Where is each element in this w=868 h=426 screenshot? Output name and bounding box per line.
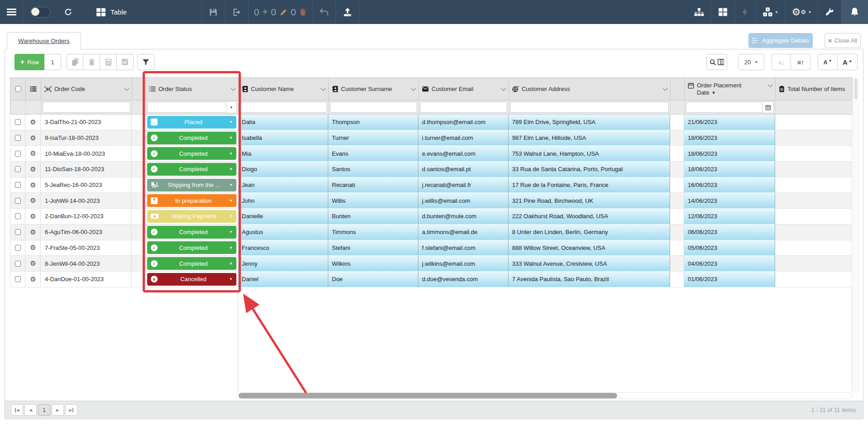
customer-name-cell[interactable]: Jean: [238, 177, 328, 193]
customer-name-cell[interactable]: Jenny: [238, 256, 328, 272]
customer-address-cell[interactable]: 888 Willow Street, Oceanview, USA: [508, 240, 670, 256]
order-code-cell[interactable]: 2-DanBun-12-00-2023: [41, 209, 132, 225]
customer-address-cell[interactable]: 33 Rua de Santa Catarina, Porto, Portuga…: [508, 162, 670, 177]
row-checkbox[interactable]: [15, 182, 21, 188]
customer-name-cell[interactable]: Isabella: [238, 130, 328, 146]
total-items-cell[interactable]: [775, 193, 852, 209]
customer-surname-cell[interactable]: Santos: [328, 162, 418, 177]
notifications-button[interactable]: [841, 0, 868, 24]
status-badge[interactable]: In preparation▼: [147, 194, 236, 207]
calculator-button[interactable]: [100, 54, 117, 70]
header-customer-name[interactable]: Customer Name: [239, 78, 329, 100]
filter-date-input[interactable]: [686, 102, 762, 113]
customer-surname-cell[interactable]: Willis: [328, 193, 418, 209]
customer-address-cell[interactable]: 7 Avenida Paulista, Sao Paulo, Brazil: [508, 272, 670, 287]
order-date-cell[interactable]: 01/06/2023: [684, 272, 775, 287]
row-settings-cell[interactable]: ⚙: [25, 193, 41, 209]
customer-email-cell[interactable]: j.wilkins@email.com: [418, 256, 508, 272]
filter-customer-email-input[interactable]: [420, 102, 507, 113]
filter-button[interactable]: [137, 54, 154, 70]
customer-name-cell[interactable]: Danielle: [238, 209, 328, 225]
next-page-button[interactable]: ▶: [52, 404, 64, 416]
chevron-down-icon[interactable]: [411, 86, 416, 91]
order-date-cell[interactable]: 18/06/2023: [684, 130, 775, 146]
tab-warehouse-orders[interactable]: Warehouse Orders: [7, 32, 81, 49]
customer-email-cell[interactable]: i.turner@email.com: [418, 130, 508, 146]
order-code-cell[interactable]: 11-DioSan-18-00-2023: [41, 162, 132, 177]
customer-email-cell[interactable]: j.willis@email.com: [418, 193, 508, 209]
customer-name-cell[interactable]: Francesco: [238, 240, 328, 256]
status-badge[interactable]: ×Cancelled▼: [147, 273, 236, 286]
calendar-picker-button[interactable]: [762, 101, 774, 113]
status-badge[interactable]: ✓Completed▼: [147, 147, 236, 160]
refresh-button[interactable]: [57, 0, 79, 24]
customer-email-cell[interactable]: d.thompson@email.com: [418, 115, 508, 130]
customer-surname-cell[interactable]: Wilkins: [328, 256, 418, 272]
order-date-cell[interactable]: 18/06/2023: [684, 146, 775, 162]
header-total-items[interactable]: Total Number of Items: [776, 78, 853, 100]
order-code-cell[interactable]: 8-JenWil-04-00-2023: [41, 256, 132, 272]
settings-dropdown[interactable]: ⚙⚙ ▾: [785, 0, 818, 24]
sort-asc-button[interactable]: ≡↑: [791, 54, 810, 70]
customer-email-cell[interactable]: e.evans@email.com: [418, 146, 508, 162]
status-badge[interactable]: ✓Completed▼: [147, 132, 236, 144]
font-larger-button[interactable]: A▲: [838, 54, 858, 70]
filter-customer-address-input[interactable]: [510, 102, 669, 113]
filter-order-code-input[interactable]: [43, 102, 130, 113]
order-code-cell[interactable]: 4-DanDoe-01-00-2023: [41, 272, 132, 287]
customer-address-cell[interactable]: 222 Oakhurst Road, Woodland, USA: [508, 209, 670, 225]
customer-address-cell[interactable]: 321 Pine Road, Birchwood, UK: [508, 193, 670, 209]
row-settings-cell[interactable]: ⚙: [25, 272, 41, 287]
row-checkbox[interactable]: [15, 245, 21, 251]
row-settings-cell[interactable]: ⚙: [25, 256, 41, 272]
row-settings-cell[interactable]: ⚙: [25, 209, 41, 225]
sort-desc-button[interactable]: ≡↓: [772, 54, 791, 70]
header-customer-email[interactable]: Customer Email: [419, 78, 509, 100]
chevron-down-icon[interactable]: [662, 86, 667, 91]
order-date-cell[interactable]: 06/06/2023: [684, 225, 775, 240]
customer-email-cell[interactable]: d.santos@email.pt: [418, 162, 508, 177]
total-items-cell[interactable]: [775, 209, 852, 225]
total-items-cell[interactable]: [775, 146, 852, 162]
actions-button[interactable]: [735, 0, 755, 24]
row-checkbox[interactable]: [15, 229, 21, 235]
customer-email-cell[interactable]: j.recanati@email.fr: [418, 177, 508, 193]
header-order-placement-date[interactable]: Order Placement Date ▼: [685, 78, 776, 100]
row-settings-cell[interactable]: ⚙: [25, 146, 41, 162]
customer-name-cell[interactable]: Diogo: [238, 162, 328, 177]
total-items-cell[interactable]: [775, 130, 852, 146]
header-order-status[interactable]: Order Status: [146, 78, 239, 100]
vertical-scrollbar-thumb[interactable]: [854, 79, 858, 100]
order-date-cell[interactable]: 04/06/2023: [684, 256, 775, 272]
modules-dropdown[interactable]: ▾: [756, 0, 785, 24]
total-items-cell[interactable]: [775, 225, 852, 240]
last-page-button[interactable]: ▶: [65, 404, 77, 416]
row-settings-cell[interactable]: ⚙: [25, 115, 41, 130]
status-badge[interactable]: ✓Completed▼: [147, 257, 236, 270]
current-page-button[interactable]: 1: [38, 404, 50, 416]
select-all-button[interactable]: [117, 54, 134, 70]
delete-rows-button[interactable]: [83, 54, 100, 70]
tools-button[interactable]: [818, 0, 841, 24]
customer-name-cell[interactable]: John: [238, 193, 328, 209]
header-customer-surname[interactable]: Customer Surname: [329, 78, 419, 100]
row-checkbox[interactable]: [15, 198, 21, 204]
total-items-cell[interactable]: [775, 162, 852, 177]
upload-button[interactable]: [336, 0, 359, 24]
chevron-down-icon[interactable]: [501, 86, 506, 91]
customer-address-cell[interactable]: 987 Elm Lane, Hillside, USA: [508, 130, 670, 146]
status-badge[interactable]: ✓Completed▼: [147, 226, 236, 239]
order-code-cell[interactable]: 6-AguTim-06-00-2023: [41, 225, 132, 240]
font-smaller-button[interactable]: A▼: [818, 54, 838, 70]
customer-email-cell[interactable]: f.stefani@email.com: [418, 240, 508, 256]
status-badge[interactable]: ✓Completed▼: [147, 241, 236, 254]
vertical-scrollbar[interactable]: [854, 78, 858, 392]
customer-surname-cell[interactable]: Recanati: [328, 177, 418, 193]
total-items-cell[interactable]: [775, 115, 852, 130]
customer-surname-cell[interactable]: Evans: [328, 146, 418, 162]
total-items-cell[interactable]: [775, 177, 852, 193]
aggregate-details-button[interactable]: Aggregate Details: [748, 33, 813, 48]
order-date-cell[interactable]: 05/06/2023: [684, 240, 775, 256]
export-button[interactable]: [225, 0, 248, 24]
total-items-cell[interactable]: [775, 256, 852, 272]
